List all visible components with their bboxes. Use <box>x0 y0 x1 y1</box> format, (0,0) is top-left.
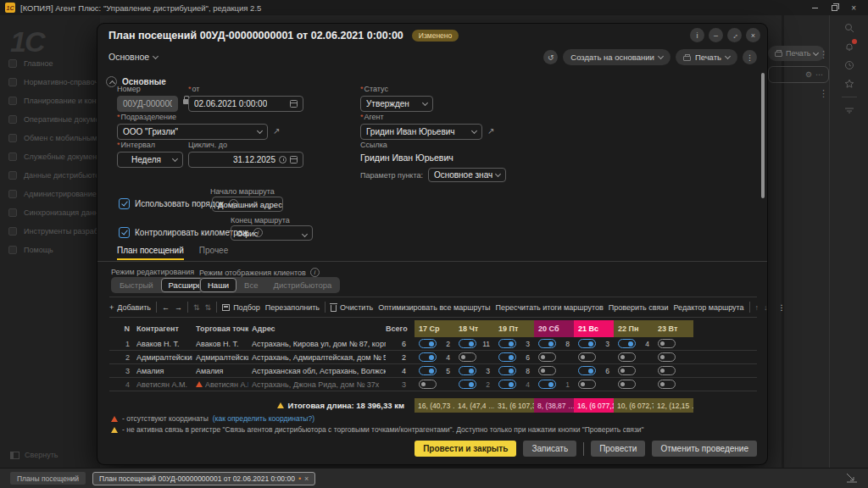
table-row[interactable]: 3АмалияАмалияАстраханская обл, Астрахань… <box>109 364 757 378</box>
table-row[interactable]: 4Аветисян А.М.Аветисян А.М.Астрахань, Дж… <box>109 378 757 391</box>
check-links-button[interactable]: Проверить связи <box>609 303 669 312</box>
cancel-posting-button[interactable]: Отменить проведение <box>652 441 757 457</box>
more-actions-button[interactable]: ⋮ <box>743 50 757 64</box>
window-minimize-button[interactable] <box>812 8 818 8</box>
clock-icon[interactable] <box>279 156 287 164</box>
sidebar-item[interactable]: Инструменты разработчи <box>0 222 100 241</box>
back-button[interactable]: ← <box>162 303 170 312</box>
pick-button[interactable]: Подбор <box>222 303 260 312</box>
sidebar-item[interactable]: Данные дистрибьюторов <box>0 166 100 185</box>
background-more-button[interactable]: ⋮ <box>819 49 828 60</box>
visit-toggle[interactable] <box>658 380 676 389</box>
visit-toggle[interactable] <box>578 366 596 375</box>
sidebar-item[interactable]: Нормативно-справочная и <box>0 73 100 92</box>
use-order-checkbox[interactable] <box>119 198 130 209</box>
history-icon[interactable] <box>843 59 854 70</box>
how-to-define-coordinates-link[interactable]: (как определить координаты?) <box>213 414 314 423</box>
sort-desc-button[interactable]: ⇅ <box>205 303 212 312</box>
mode-option[interactable]: Быстрый <box>112 278 161 292</box>
background-search-field[interactable]: ⚙ ⋯ <box>768 66 829 83</box>
info-icon[interactable]: i <box>310 268 320 277</box>
interval-select[interactable]: Неделя <box>117 152 183 168</box>
visit-toggle[interactable] <box>459 352 476 362</box>
sidebar-collapse-button[interactable]: Свернуть <box>10 451 58 459</box>
dialog-close-button[interactable]: × <box>746 28 760 42</box>
sidebar-item[interactable]: Планирование и контроль <box>0 92 100 110</box>
sidebar-item[interactable]: Обмен с мобильными уст <box>0 129 100 147</box>
favorites-star-icon[interactable] <box>843 78 854 89</box>
form-menu[interactable]: Основное <box>108 52 158 62</box>
open-reference-icon[interactable]: ↗ <box>487 126 494 136</box>
visit-toggle[interactable] <box>578 380 596 389</box>
sidebar-item[interactable]: Администрирование <box>0 185 100 203</box>
open-reference-icon[interactable]: ↗ <box>273 126 280 136</box>
route-editor-button[interactable]: Редактор маршрута <box>673 303 743 312</box>
taskbar-active-tab[interactable]: План посещений 00УД-00000000001 от 02.06… <box>92 472 315 485</box>
visit-toggle[interactable] <box>419 380 437 389</box>
search-icon[interactable] <box>843 22 854 33</box>
route-end-select[interactable]: Офис <box>231 225 313 241</box>
visit-toggle[interactable] <box>618 339 636 348</box>
post-and-close-button[interactable]: Провести и закрыть <box>415 441 516 457</box>
control-mileage-checkbox[interactable] <box>119 227 130 238</box>
visit-toggle[interactable] <box>658 339 676 348</box>
visit-toggle[interactable] <box>498 366 516 375</box>
table-row[interactable]: 2АдмиралтейскийАдмиралтейскийАстрахань, … <box>109 351 757 364</box>
taskbar-group-button[interactable]: Планы посещений <box>10 472 86 485</box>
visit-toggle[interactable] <box>419 339 437 348</box>
recalc-totals-button[interactable]: Пересчитать итоги маршрутов <box>496 303 604 312</box>
visit-toggle[interactable] <box>618 380 636 389</box>
move-down-button[interactable]: ↓ <box>764 303 768 312</box>
visit-toggle[interactable] <box>578 339 596 348</box>
calendar-icon[interactable] <box>290 156 298 164</box>
print-button[interactable]: Печать <box>676 49 737 65</box>
dialog-minimize-button[interactable]: – <box>709 28 723 42</box>
sidebar-item[interactable]: Главное <box>0 54 100 73</box>
mode-option[interactable]: Все <box>236 278 265 292</box>
visit-toggle[interactable] <box>538 339 556 348</box>
save-button[interactable]: Записать <box>523 441 576 457</box>
sort-asc-button[interactable]: ⇅ <box>193 303 200 312</box>
create-based-on-button[interactable]: Создать на основании <box>563 49 670 65</box>
performance-chart-icon[interactable] <box>846 471 858 486</box>
sidebar-item[interactable]: Оперативные документы <box>0 110 100 129</box>
filter-icon[interactable] <box>843 105 854 116</box>
move-up-button[interactable]: ↑ <box>755 303 760 312</box>
add-button[interactable]: +Добавить <box>109 303 151 312</box>
point-parameter-select[interactable]: Основное значение <box>428 168 506 182</box>
visit-toggle[interactable] <box>618 366 636 375</box>
visit-toggle[interactable] <box>538 352 556 362</box>
table-row[interactable]: 1Аваков Н. Т.Аваков Н. Т.Астрахань, Киро… <box>109 337 757 351</box>
refill-button[interactable]: Перезаполнить <box>265 303 320 312</box>
date-input[interactable]: 02.06.2021 0:00:00 <box>188 96 303 112</box>
tab-close-icon[interactable]: × <box>304 474 309 483</box>
agent-select[interactable]: Гридин Иван Юрьевич <box>360 124 482 140</box>
visit-toggle[interactable] <box>658 352 676 362</box>
visit-toggle[interactable] <box>419 352 437 362</box>
notifications-bell-icon[interactable] <box>843 41 854 52</box>
division-select[interactable]: ООО "Гризли" <box>117 124 268 140</box>
sidebar-item[interactable]: Служебные документы <box>0 147 100 166</box>
visit-toggle[interactable] <box>459 339 476 348</box>
status-select[interactable]: Утвержден <box>360 96 433 112</box>
forward-button[interactable]: → <box>175 303 182 312</box>
visit-toggle[interactable] <box>658 366 676 375</box>
agent-link[interactable]: Гридин Иван Юрьевич <box>360 152 453 163</box>
mode-option[interactable]: Наши <box>200 278 236 292</box>
visit-toggle[interactable] <box>538 380 556 389</box>
window-restore-button[interactable] <box>832 5 837 11</box>
visit-toggle[interactable] <box>498 380 516 389</box>
window-close-button[interactable]: × <box>851 3 856 13</box>
calendar-icon[interactable] <box>290 100 298 108</box>
route-start-select[interactable]: Домашний адрес аг <box>212 197 283 212</box>
visit-toggle[interactable] <box>419 366 437 375</box>
cyclic-until-input[interactable]: 31.12.2025 <box>188 152 303 168</box>
dialog-scrollbar[interactable] <box>761 73 765 198</box>
background-menu-button[interactable]: ⋮ <box>819 88 828 99</box>
sidebar-item[interactable]: Помощь <box>0 241 100 259</box>
background-print-button[interactable]: Печать <box>768 46 825 61</box>
tab-visit-plan[interactable]: План посещений <box>117 246 184 260</box>
visit-toggle[interactable] <box>578 352 596 362</box>
visit-toggle[interactable] <box>618 352 636 362</box>
dialog-expand-button[interactable]: ↔ <box>727 28 742 42</box>
